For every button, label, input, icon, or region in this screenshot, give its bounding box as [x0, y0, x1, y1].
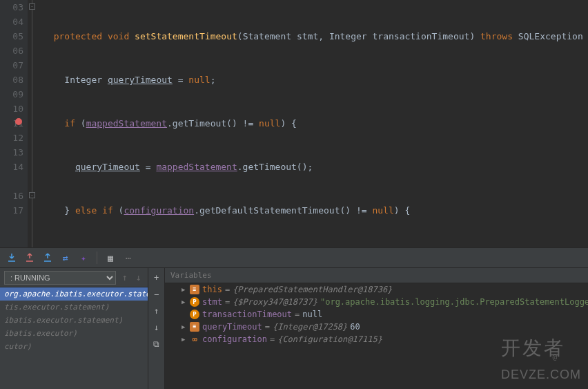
expand-icon[interactable]: ▶	[182, 336, 187, 343]
fold-toggle[interactable]: -	[29, 192, 35, 198]
frame-item[interactable]: ibatis.executor)	[0, 327, 148, 340]
prev-frame-icon[interactable]: ↑	[120, 270, 130, 285]
param-name: stmt	[297, 31, 318, 41]
step-into-icon[interactable]	[4, 250, 19, 265]
var-name: queryTimeout	[202, 322, 262, 332]
debug-panel: : RUNNING ↑ ↓ org.apache.ibatis.executor…	[0, 268, 588, 389]
var-name: this	[202, 285, 222, 294]
fold-column: - -	[28, 0, 37, 247]
frame-item[interactable]: cutor)	[0, 340, 148, 353]
frame-item[interactable]: org.apache.ibatis.executor.statement)	[0, 287, 148, 301]
keyword: if	[64, 118, 75, 129]
this-badge-icon: ≡	[190, 285, 199, 294]
var-value: null	[302, 310, 322, 319]
var-name: transactionTimeout	[202, 310, 292, 319]
var-object: {$Proxy347@18737}	[233, 297, 317, 307]
var-object: {Configuration@17115}	[277, 334, 382, 344]
variables-panel: + − ↑ ↓ ⧉ Variables ▶ ≡ this = {Prepared…	[148, 268, 588, 389]
keyword: null	[372, 205, 393, 216]
code-area[interactable]: protected void setStatementTimeout(State…	[37, 0, 588, 247]
thread-selector[interactable]: : RUNNING	[4, 271, 116, 285]
expand-icon[interactable]: ▶	[182, 323, 187, 330]
keyword: else	[75, 205, 97, 216]
field: configuration	[124, 205, 194, 216]
calculator-icon[interactable]: ▦	[103, 250, 118, 265]
variables-title: Variables	[165, 268, 588, 283]
remove-watch-icon[interactable]: −	[151, 289, 162, 300]
expand-icon[interactable]: ▶	[182, 286, 187, 293]
keyword: void	[108, 31, 129, 41]
variable-row[interactable]: ▶ ≡ queryTimeout = {Integer@17258} 60	[165, 321, 588, 333]
evaluate-icon[interactable]: ⇄	[58, 250, 73, 265]
variable: queryTimeout	[108, 75, 173, 85]
frames-list[interactable]: org.apache.ibatis.executor.statement) ti…	[0, 287, 148, 389]
param-type: Statement	[243, 31, 291, 41]
variable-row[interactable]: P transactionTimeout = null	[165, 308, 588, 321]
variable: queryTimeout	[75, 162, 140, 172]
method-name: setStatementTimeout	[135, 31, 237, 41]
fold-toggle[interactable]: -	[29, 3, 35, 10]
expand-icon[interactable]: ▶	[182, 298, 187, 305]
step-out-icon[interactable]	[22, 250, 37, 265]
keyword: null	[188, 75, 210, 85]
down-icon[interactable]: ↓	[151, 322, 162, 333]
exception-type: SQLException	[518, 31, 583, 41]
field-badge-icon: ∞	[190, 334, 199, 344]
step-over-icon[interactable]	[40, 250, 55, 265]
field: mappedStatement	[156, 162, 237, 172]
keyword: if	[97, 205, 112, 216]
param-name: transactionTimeout	[373, 31, 470, 41]
keyword: protected	[54, 31, 102, 41]
var-object: {Integer@17258}	[273, 322, 347, 332]
next-frame-icon[interactable]: ↓	[134, 270, 144, 285]
variable-row[interactable]: ▶ ≡ this = {PreparedStatementHandler@187…	[165, 283, 588, 296]
param-type: Integer	[329, 31, 367, 41]
local-badge-icon: ≡	[190, 322, 199, 332]
breakpoint-icon[interactable]	[15, 118, 22, 125]
line-gutter: 03 04 05 06 07 08 09 10 11 12 13 14 16 1…	[0, 0, 28, 247]
var-value: "org.apache.ibatis.logging.jdbc.Prepared…	[320, 297, 588, 307]
frame-item[interactable]: ibatis.executor.statement)	[0, 314, 148, 327]
type: Integer	[64, 75, 102, 85]
var-object: {PreparedStatementHandler@18736}	[233, 285, 392, 294]
keyword: throws	[480, 31, 513, 41]
var-value: 60	[350, 322, 360, 332]
frames-panel: : RUNNING ↑ ↓ org.apache.ibatis.executor…	[0, 268, 148, 389]
up-icon[interactable]: ↑	[151, 305, 162, 316]
param-badge-icon: P	[190, 310, 199, 319]
debug-toolbar: ⇄ ✦ ▦ ⋯	[0, 247, 588, 268]
param-badge-icon: P	[190, 297, 199, 307]
keyword: null	[259, 118, 280, 129]
copy-icon[interactable]: ⧉	[151, 339, 162, 350]
code-editor[interactable]: 03 04 05 06 07 08 09 10 11 12 13 14 16 1…	[0, 0, 588, 247]
frame-item[interactable]: tis.executor.statement)	[0, 301, 148, 314]
watch-icon[interactable]: ✦	[76, 250, 91, 265]
add-watch-icon[interactable]: +	[151, 272, 162, 283]
var-name: configuration	[202, 334, 267, 344]
field: mappedStatement	[86, 118, 167, 129]
more-icon[interactable]: ⋯	[121, 250, 136, 265]
variable-row[interactable]: ▶ ∞ configuration = {Configuration@17115…	[165, 333, 588, 345]
variable-row[interactable]: ▶ P stmt = {$Proxy347@18737} "org.apache…	[165, 296, 588, 308]
var-name: stmt	[202, 297, 222, 307]
